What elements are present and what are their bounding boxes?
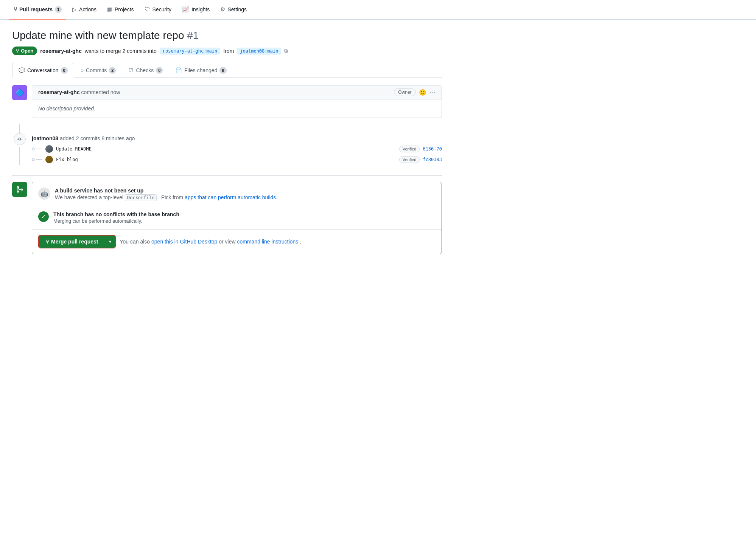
section-divider xyxy=(12,175,442,176)
comment-header: rosemary-at-ghc commented now Owner 🙂 ··… xyxy=(32,85,442,99)
actions-icon: ▷ xyxy=(72,6,77,13)
nav-security-label: Security xyxy=(152,6,172,12)
bot-icon: 🤖 xyxy=(38,188,50,200)
no-conflict-description: Merging can be performed automatically. xyxy=(53,218,179,224)
copy-branch-icon[interactable]: ⧉ xyxy=(284,48,288,54)
tab-conversation[interactable]: 💬 Conversation 0 xyxy=(12,63,74,78)
commit-message-1: Update README xyxy=(56,146,396,152)
nav-settings-label: Settings xyxy=(227,6,247,12)
pr-head-branch[interactable]: joatmon08:main xyxy=(237,48,281,54)
merge-icon-col xyxy=(12,182,27,254)
nav-actions[interactable]: ▷ Actions xyxy=(68,0,101,20)
commit-line-2 xyxy=(36,159,42,160)
merge-button-wrapper: ⑂ Merge pull request ▾ xyxy=(38,235,116,248)
verified-badge-1: Verified xyxy=(399,146,420,152)
merge-pull-request-button[interactable]: ⑂ Merge pull request xyxy=(39,236,105,248)
commit-hash-2[interactable]: fc80383 xyxy=(423,157,442,162)
checks-count: 0 xyxy=(156,67,163,74)
commit-avatar-2 xyxy=(45,156,53,163)
commit-hash-1[interactable]: 6136f70 xyxy=(423,146,442,152)
merge-content-box: 🤖 A build service has not been set up We… xyxy=(32,182,442,254)
merge-also-text: You can also open this in GitHub Desktop… xyxy=(120,239,301,245)
checks-icon: ☑ xyxy=(129,67,134,73)
no-conflict-text: This branch has no conflicts with the ba… xyxy=(53,211,179,224)
main-content: Update mine with new template repo #1 ⑂ … xyxy=(0,20,454,263)
commit-dot-line-2 xyxy=(32,158,42,161)
verified-badge-2: Verified xyxy=(399,156,420,163)
commit-avatar-1 xyxy=(45,145,53,153)
github-desktop-link[interactable]: open this in GitHub Desktop xyxy=(151,239,217,245)
comment-container: 🔷 rosemary-at-ghc commented now Owner 🙂 … xyxy=(12,85,442,118)
files-icon: 📄 xyxy=(176,67,182,73)
timeline-line xyxy=(19,147,20,165)
commit-item: Update README Verified 6136f70 xyxy=(32,145,442,153)
nav-actions-label: Actions xyxy=(79,6,96,12)
nav-pull-requests-label: Pull requests xyxy=(19,6,53,12)
pr-meta: ⑂ Open rosemary-at-ghc wants to merge 2 … xyxy=(12,47,442,55)
comment-author-info: rosemary-at-ghc commented now xyxy=(38,89,120,95)
merge-button-area: ⑂ Merge pull request ▾ You can also open… xyxy=(32,230,442,254)
commit-message-2: Fix blog xyxy=(56,157,396,162)
comment-header-actions: Owner 🙂 ··· xyxy=(394,88,436,96)
settings-icon: ⚙ xyxy=(220,6,225,13)
timeline-commits-section: joatmon08 added 2 commits 8 minutes ago xyxy=(12,133,442,166)
no-conflict-box: ✓ This branch has no conflicts with the … xyxy=(32,206,442,230)
pr-meta-action: wants to merge 2 commits into xyxy=(85,48,157,54)
emoji-react-button[interactable]: 🙂 xyxy=(419,89,426,96)
dockerfile-code: Dockerfile xyxy=(125,194,157,201)
author-avatar: 🔷 xyxy=(12,85,27,100)
commit-dot-2 xyxy=(32,158,35,161)
notice-text: A build service has not been set up We h… xyxy=(55,188,277,200)
nav-projects[interactable]: ▦ Projects xyxy=(103,0,138,20)
timeline-commit-icon xyxy=(14,133,26,145)
pr-title: Update mine with new template repo #1 xyxy=(12,29,442,42)
timeline-content: joatmon08 added 2 commits 8 minutes ago xyxy=(32,133,442,166)
pr-tabs: 💬 Conversation 0 ○ Commits 2 ☑ Checks 0 … xyxy=(12,63,442,78)
command-line-link[interactable]: command line instructions xyxy=(237,239,299,245)
timeline-icon-col xyxy=(12,133,27,166)
pr-base-branch[interactable]: rosemary-at-ghc:main xyxy=(160,48,221,54)
merge-section: 🤖 A build service has not been set up We… xyxy=(12,182,442,254)
chevron-down-icon: ▾ xyxy=(109,239,111,244)
files-changed-count: 8 xyxy=(219,67,226,74)
commit-dot-line xyxy=(32,147,42,150)
pr-from-text: from xyxy=(223,48,234,54)
timeline-title: joatmon08 added 2 commits 8 minutes ago xyxy=(32,135,442,141)
nav-security[interactable]: 🛡 Security xyxy=(140,0,176,20)
check-icon: ✓ xyxy=(38,211,49,222)
commit-item: Fix blog Verified fc80383 xyxy=(32,156,442,163)
tab-checks[interactable]: ☑ Checks 0 xyxy=(122,63,169,78)
commit-line xyxy=(36,149,42,149)
conversation-area: 🔷 rosemary-at-ghc commented now Owner 🙂 … xyxy=(12,85,442,254)
pr-number: #1 xyxy=(187,29,199,41)
conversation-count: 0 xyxy=(61,67,68,74)
owner-badge: Owner xyxy=(394,88,415,96)
projects-icon: ▦ xyxy=(107,6,112,13)
pull-requests-count: 1 xyxy=(55,6,62,13)
merge-icon-box xyxy=(12,182,27,197)
comment-body: No description provided. xyxy=(32,99,442,118)
comment-more-button[interactable]: ··· xyxy=(429,89,436,96)
nav-projects-label: Projects xyxy=(115,6,134,12)
insights-icon: 📈 xyxy=(182,6,189,13)
comment-box: rosemary-at-ghc commented now Owner 🙂 ··… xyxy=(32,85,442,118)
nav-settings[interactable]: ⚙ Settings xyxy=(216,0,251,20)
apps-link[interactable]: apps that can perform automatic builds. xyxy=(185,194,277,200)
merge-dropdown-button[interactable]: ▾ xyxy=(105,236,115,248)
open-icon: ⑂ xyxy=(16,48,19,54)
pr-status-badge: ⑂ Open xyxy=(12,47,37,55)
avatar-icon: 🔷 xyxy=(15,88,25,97)
security-icon: 🛡 xyxy=(145,6,150,12)
top-nav: ⑂ Pull requests 1 ▷ Actions ▦ Projects 🛡… xyxy=(0,0,756,20)
timeline-connector-top xyxy=(19,124,20,133)
pull-request-icon: ⑂ xyxy=(14,6,17,12)
tab-commits[interactable]: ○ Commits 2 xyxy=(74,63,123,78)
pr-meta-author: rosemary-at-ghc xyxy=(40,48,82,54)
build-notice: 🤖 A build service has not been set up We… xyxy=(32,182,442,206)
merge-btn-icon: ⑂ xyxy=(46,239,49,245)
tab-files-changed[interactable]: 📄 Files changed 8 xyxy=(169,63,233,78)
conversation-icon: 💬 xyxy=(19,67,25,73)
nav-pull-requests[interactable]: ⑂ Pull requests 1 xyxy=(9,0,66,20)
nav-insights[interactable]: 📈 Insights xyxy=(177,0,214,20)
commit-dot xyxy=(32,147,35,150)
